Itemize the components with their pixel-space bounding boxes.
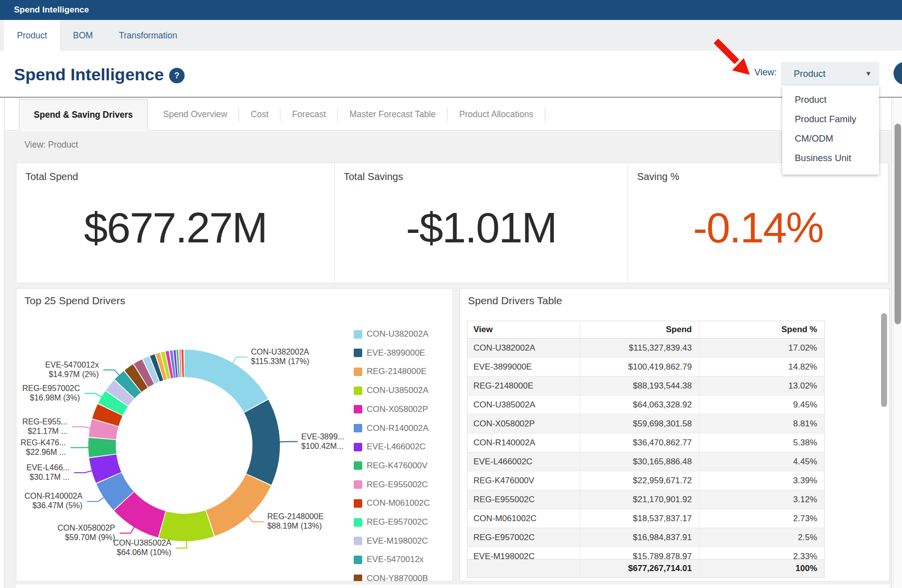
donut-segment[interactable] bbox=[211, 480, 258, 523]
view-option[interactable]: Product Family bbox=[782, 109, 879, 129]
column-header-2[interactable]: Spend % bbox=[699, 321, 824, 338]
donut-segment[interactable] bbox=[172, 364, 174, 365]
top-spend-drivers-card: Top 25 Spend Drivers CON-U382002AEVE-389… bbox=[16, 288, 453, 582]
tab-product-allocations[interactable]: Product Allocations bbox=[459, 109, 533, 120]
spend-drivers-table: ViewSpendSpend % CON-U382002A$115,327,83… bbox=[467, 321, 825, 578]
cell: $64,063,328.92 bbox=[580, 395, 699, 414]
table-row[interactable]: CON-M061002C$18,537,837.172.73% bbox=[467, 509, 824, 528]
donut-callout-label: CON-R140002A$36.47M (5%) bbox=[24, 491, 83, 510]
donut-segment[interactable] bbox=[102, 439, 103, 455]
view-option[interactable]: CM/ODM bbox=[782, 129, 879, 148]
view-option[interactable]: Business Unit bbox=[782, 148, 879, 168]
table-row[interactable]: REG-2148000E$88,193,544.3813.02% bbox=[467, 377, 824, 395]
help-icon[interactable]: ? bbox=[169, 68, 185, 83]
view-caption: View: Product bbox=[24, 140, 78, 150]
total-pct-cell: 100% bbox=[699, 560, 824, 578]
donut-label-value: $30.17M ... bbox=[26, 472, 69, 482]
donut-segment[interactable] bbox=[149, 369, 154, 372]
cell: $115,327,839.43 bbox=[580, 339, 699, 358]
table-row[interactable]: REG-K476000V$22,959,671.723.39% bbox=[467, 471, 824, 490]
nav-tab-bom[interactable]: BOM bbox=[60, 20, 106, 51]
kpi-card-total-savings: Total Savings-$1.01M bbox=[334, 163, 628, 283]
kpi-label: Total Savings bbox=[344, 171, 403, 183]
annotation-arrow-icon bbox=[711, 39, 761, 81]
table-row[interactable]: CON-U382002A$115,327,839.4317.02% bbox=[467, 339, 824, 358]
edge-action-button[interactable] bbox=[894, 62, 902, 85]
kpi-label: Total Spend bbox=[25, 171, 78, 183]
cell: REG-K476000V bbox=[467, 471, 580, 490]
tab-divider bbox=[238, 108, 239, 121]
donut-segment[interactable] bbox=[168, 365, 171, 365]
view-dropdown[interactable]: Product ▼ bbox=[781, 62, 880, 85]
table-scrollbar-thumb[interactable] bbox=[881, 313, 887, 407]
donut-segment[interactable] bbox=[185, 364, 256, 406]
donut-label-value: $36.47M (5%) bbox=[24, 501, 83, 510]
page-scrollbar-track[interactable] bbox=[893, 98, 902, 588]
donut-segment[interactable] bbox=[125, 382, 132, 389]
donut-segment[interactable] bbox=[141, 372, 148, 376]
cell: 14.82% bbox=[699, 358, 824, 377]
tab-spend-overview[interactable]: Spend Overview bbox=[163, 109, 227, 120]
table-row[interactable]: REG-E955002C$21,170,901.923.12% bbox=[467, 490, 824, 509]
donut-segment[interactable] bbox=[105, 410, 110, 422]
table-row[interactable]: CON-U385002A$64,063,328.929.45% bbox=[467, 395, 824, 414]
donut-segment[interactable] bbox=[103, 456, 109, 478]
tab-spend-saving-drivers[interactable]: Spend & Saving Drivers bbox=[19, 99, 148, 131]
cell: 2.33% bbox=[699, 547, 824, 559]
donut-callout-label: REG-K476...$22.96M ... bbox=[20, 438, 66, 457]
table-row[interactable]: CON-X058002P$59,698,301.588.81% bbox=[467, 414, 824, 433]
column-header-0[interactable]: View bbox=[467, 321, 580, 338]
donut-label-value: $14.97M (2%) bbox=[45, 370, 99, 379]
donut-segment[interactable] bbox=[164, 365, 167, 366]
kpi-value: $677.27M bbox=[16, 203, 334, 252]
table-header: ViewSpendSpend % bbox=[467, 321, 825, 339]
donut-segment[interactable] bbox=[102, 423, 105, 438]
donut-label-name: CON-U385002A bbox=[113, 538, 172, 548]
donut-label-value: $88.19M (13%) bbox=[267, 521, 324, 531]
donut-segment[interactable] bbox=[163, 523, 210, 527]
donut-label-name: EVE-L466... bbox=[26, 463, 69, 472]
table-total-row: $677,267,714.01 100% bbox=[467, 559, 825, 578]
cell: 2.73% bbox=[699, 509, 824, 528]
tab-forecast[interactable]: Forecast bbox=[292, 109, 326, 120]
donut-label-name: CON-R140002A bbox=[24, 491, 83, 501]
table-row[interactable]: EVE-L466002C$30,165,886.484.45% bbox=[467, 452, 824, 471]
tab-divider bbox=[337, 108, 338, 121]
cell: $88,193,544.38 bbox=[580, 377, 699, 395]
donut-callout-label: REG-2148000E$88.19M (13%) bbox=[267, 512, 324, 531]
table-row[interactable]: EVE-3899000E$100,419,862.7914.82% bbox=[467, 358, 824, 377]
donut-callout-label: CON-X058002P$59.70M (9%) bbox=[57, 523, 115, 542]
donut-callout-line bbox=[74, 470, 93, 473]
donut-label-name: REG-E955... bbox=[22, 417, 68, 426]
donut-callout-label: CON-U385002A$64.06M (10%) bbox=[113, 538, 172, 557]
nav-tab-transformation[interactable]: Transformation bbox=[106, 20, 190, 51]
table-row[interactable]: CON-R140002A$36,470,862.775.38% bbox=[467, 433, 824, 452]
table-body: CON-U382002A$115,327,839.4317.02%EVE-389… bbox=[467, 339, 825, 559]
donut-segment[interactable] bbox=[117, 390, 124, 398]
donut-segment[interactable] bbox=[155, 367, 159, 369]
nav-tab-product[interactable]: Product bbox=[4, 20, 60, 51]
donut-segment[interactable] bbox=[256, 406, 266, 479]
cell: 4.45% bbox=[699, 452, 824, 471]
donut-segment[interactable] bbox=[133, 376, 141, 381]
view-option[interactable]: Product bbox=[782, 90, 879, 109]
donut-segment[interactable] bbox=[109, 478, 123, 501]
cell: CON-U385002A bbox=[467, 395, 580, 414]
donut-callout-line bbox=[232, 357, 247, 365]
cell: 3.39% bbox=[699, 471, 824, 490]
donut-label-value: $115.33M (17%) bbox=[251, 357, 309, 366]
cell: $22,959,671.72 bbox=[580, 471, 699, 490]
donut-segment[interactable] bbox=[160, 366, 163, 367]
table-row[interactable]: REG-E957002C$16,984,837.912.5% bbox=[467, 528, 824, 547]
tab-master-forecast-table[interactable]: Master Forecast Table bbox=[349, 109, 436, 120]
page-scrollbar-thumb[interactable] bbox=[895, 124, 901, 324]
tab-cost[interactable]: Cost bbox=[250, 109, 268, 120]
table-row[interactable]: EVE-M198002C$15,789,878.972.33% bbox=[467, 547, 824, 559]
total-spend-cell: $677,267,714.01 bbox=[580, 560, 699, 578]
view-dropdown-value: Product bbox=[794, 62, 826, 85]
kpi-label: Saving % bbox=[637, 171, 679, 183]
donut-segment[interactable] bbox=[124, 501, 162, 524]
donut-segment[interactable] bbox=[110, 399, 116, 409]
cell: $100,419,862.79 bbox=[580, 358, 699, 377]
column-header-1[interactable]: Spend bbox=[580, 321, 699, 338]
